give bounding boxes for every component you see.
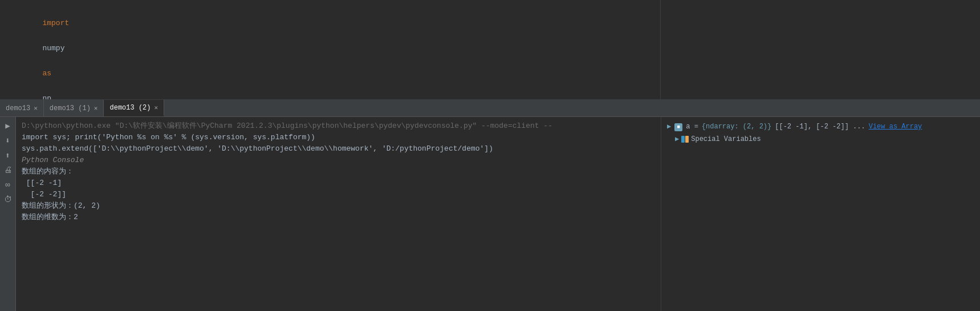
console-syspath-line: sys.path.extend(['D:\\pythonProject\\dem…: [22, 143, 655, 155]
tab-close-2[interactable]: ✕: [94, 104, 98, 112]
tab-bar: demo13 ✕ demo13 (1) ✕ demo13 (2) ✕: [0, 100, 980, 117]
keyword-import: import: [42, 19, 69, 27]
right-debug-panel: ▶ ■ a = {ndarray: (2, 2)} [[-2 -1], [-2 …: [661, 117, 980, 311]
console-import-line: import sys; print('Python %s on %s' % (s…: [22, 132, 655, 143]
tab-label-3: demo13 (2): [109, 104, 151, 112]
editor-line-1: import numpy as np: [7, 5, 653, 99]
special-variables-line: ▶ Special Variables: [667, 133, 974, 146]
keyword-as: as: [42, 69, 51, 78]
console-output-5: 数组的维数为：2: [22, 212, 655, 223]
expand-icon[interactable]: ▶: [667, 120, 671, 133]
tab-demo13[interactable]: demo13 ✕: [0, 100, 44, 116]
console-output-3: [-2 -2]]: [22, 189, 655, 200]
special-vars-icon: [681, 136, 689, 143]
bottom-area: ▶ ⬇ ⬆ 🖨 ∞ ⏱ D:\python\python.exe "D:\软件安…: [0, 117, 980, 311]
special-vars-label: Special Variables: [691, 133, 761, 146]
debug-var-value: [[-2 -1], [-2 -2]] ...: [775, 120, 865, 133]
tab-label-1: demo13: [6, 104, 30, 112]
left-toolbar: ▶ ⬇ ⬆ 🖨 ∞ ⏱: [0, 117, 16, 311]
console-label: Python Console: [22, 155, 655, 166]
space: [42, 82, 47, 90]
tab-demo13-1[interactable]: demo13 (1) ✕: [44, 100, 104, 116]
editor-pane: import numpy as np a = np . random . ran…: [0, 0, 661, 99]
alias-np: np: [42, 94, 51, 99]
tab-close-3[interactable]: ✕: [154, 104, 158, 111]
main-container: import numpy as np a = np . random . ran…: [0, 0, 980, 311]
stop-icon[interactable]: ⬇: [2, 134, 14, 147]
clock-icon[interactable]: ⏱: [2, 193, 14, 206]
editor-right-panel: [661, 0, 980, 99]
debug-var-line: ▶ ■ a = {ndarray: (2, 2)} [[-2 -1], [-2 …: [667, 120, 974, 133]
console-pane: D:\python\python.exe "D:\软件安装\编程软件\PyCha…: [16, 117, 661, 311]
icon-ndarray: ■: [674, 120, 682, 133]
debug-var-type: {ndarray: (2, 2)}: [702, 120, 771, 133]
run-icon[interactable]: ▶: [2, 119, 14, 132]
console-output-2: [[-2 -1]: [22, 177, 655, 189]
expand-special-icon[interactable]: ▶: [675, 133, 679, 146]
view-as-array-link[interactable]: View as Array: [869, 120, 922, 133]
rerun-icon[interactable]: ⬆: [2, 149, 14, 161]
module-name: numpy: [42, 44, 64, 52]
print-icon[interactable]: 🖨: [2, 164, 14, 176]
debug-var-name: a =: [686, 120, 698, 133]
loop-icon[interactable]: ∞: [2, 179, 14, 191]
tab-demo13-2[interactable]: demo13 (2) ✕: [104, 100, 164, 116]
editor-area: import numpy as np a = np . random . ran…: [0, 0, 980, 100]
tab-close-1[interactable]: ✕: [34, 104, 38, 112]
console-output-1: 数组的内容为：: [22, 166, 655, 177]
console-output-4: 数组的形状为：(2, 2): [22, 200, 655, 212]
space: [42, 56, 47, 65]
tab-label-2: demo13 (1): [50, 104, 91, 112]
space: [42, 31, 47, 40]
console-command-line: D:\python\python.exe "D:\软件安装\编程软件\PyCha…: [22, 120, 655, 132]
